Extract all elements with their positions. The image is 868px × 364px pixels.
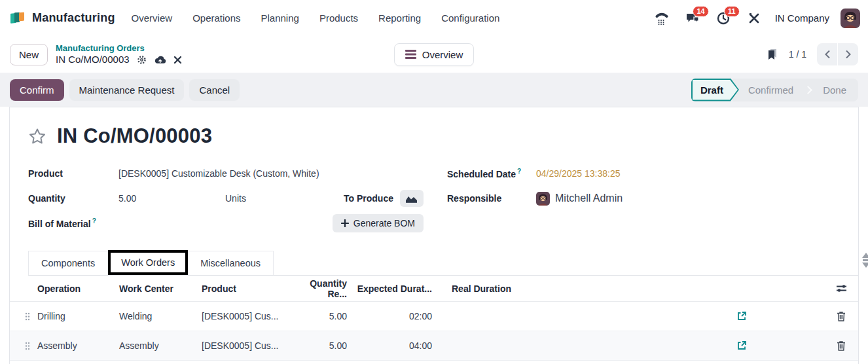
- table-row: Assembly Assembly [DESK0005] Cus... 5.00…: [10, 331, 858, 361]
- col-product[interactable]: Product: [202, 283, 300, 294]
- tab-work-orders[interactable]: Work Orders: [108, 250, 188, 275]
- cell-product[interactable]: [DESK0005] Cus...: [202, 340, 300, 351]
- activities-badge: 11: [724, 6, 740, 17]
- col-work-center[interactable]: Work Center: [119, 283, 202, 294]
- quantity-value[interactable]: 5.00: [118, 193, 225, 204]
- open-record-icon[interactable]: [729, 311, 755, 321]
- to-produce-label: To Produce: [344, 193, 393, 204]
- generate-bom-label: Generate BOM: [353, 218, 415, 228]
- discard-x-icon[interactable]: [173, 56, 182, 64]
- messages-icon[interactable]: 14: [681, 7, 704, 29]
- uom-value[interactable]: Units: [225, 193, 344, 204]
- messages-badge: 14: [693, 6, 708, 17]
- col-real-duration[interactable]: Real Duration: [437, 283, 542, 294]
- overview-button[interactable]: Overview: [394, 43, 475, 66]
- control-panel: New Manufacturing Orders IN Co/MO/00003: [0, 36, 868, 73]
- responsible-label: Responsible: [447, 193, 536, 204]
- scheduled-date-value[interactable]: 04/29/2025 13:38:25: [536, 168, 620, 179]
- pager-counter[interactable]: 1 / 1: [789, 49, 806, 60]
- bom-field-row: Bill of Material? Generate BOM: [28, 211, 447, 236]
- product-value[interactable]: [DESK0005] Customizable Desk (Custom, Wh…: [118, 168, 319, 179]
- voip-phone-icon[interactable]: [651, 7, 673, 29]
- table-row: Drilling Welding [DESK0005] Cus... 5.00 …: [10, 302, 858, 331]
- app-name: Manufacturing: [32, 11, 115, 25]
- cell-operation[interactable]: Drilling: [37, 311, 119, 321]
- table-bottom-strip: [10, 361, 858, 364]
- record-title[interactable]: IN Co/MO/00003: [57, 124, 212, 148]
- optional-columns-icon[interactable]: [828, 283, 854, 293]
- new-button[interactable]: New: [10, 44, 48, 65]
- drag-handle-icon[interactable]: [18, 342, 37, 350]
- responsible-value[interactable]: Mitchell Admin: [536, 192, 623, 206]
- forecast-chart-button[interactable]: [400, 190, 424, 207]
- activities-clock-icon[interactable]: 11: [712, 7, 734, 29]
- manufacturing-app-logo-icon: [9, 10, 26, 27]
- breadcrumb-current: IN Co/MO/00003: [56, 54, 130, 66]
- breadcrumb: Manufacturing Orders IN Co/MO/00003: [56, 43, 182, 66]
- scroll-indicator[interactable]: [862, 253, 868, 268]
- quantity-label: Quantity: [28, 193, 118, 204]
- quantity-field-row: Quantity 5.00 Units To Produce: [28, 186, 447, 211]
- top-navbar: Manufacturing Overview Operations Planni…: [0, 0, 868, 36]
- state-draft[interactable]: Draft: [691, 79, 739, 101]
- state-separator-chevron-icon: [804, 86, 812, 94]
- responsible-avatar: [536, 192, 550, 206]
- confirm-button[interactable]: Confirm: [10, 79, 64, 101]
- favorite-star-icon[interactable]: [28, 128, 46, 145]
- col-quantity[interactable]: Quantity Re...: [300, 278, 352, 299]
- cell-quantity[interactable]: 5.00: [300, 311, 352, 321]
- state-confirmed[interactable]: Confirmed: [748, 84, 793, 96]
- state-done[interactable]: Done: [823, 84, 846, 96]
- scroll-down-icon[interactable]: [862, 263, 868, 268]
- tab-components[interactable]: Components: [28, 251, 108, 275]
- col-expected-duration[interactable]: Expected Durat...: [352, 283, 437, 294]
- drag-handle-icon[interactable]: [18, 312, 37, 321]
- table-header-row: Operation Work Center Product Quantity R…: [10, 276, 858, 302]
- cell-product[interactable]: [DESK0005] Cus...: [202, 311, 300, 321]
- tools-icon[interactable]: [743, 7, 765, 29]
- product-field-row: Product [DESK0005] Customizable Desk (Cu…: [28, 161, 447, 186]
- delete-row-icon[interactable]: [828, 340, 854, 351]
- menu-products[interactable]: Products: [317, 9, 361, 27]
- scroll-dash-icon: [863, 259, 868, 261]
- form-sheet: IN Co/MO/00003 Product [DESK0005] Custom…: [9, 107, 859, 364]
- overview-button-label: Overview: [422, 49, 463, 60]
- cell-expected[interactable]: 04:00: [352, 340, 437, 351]
- gear-icon[interactable]: [137, 55, 147, 65]
- bill-of-material-label: Bill of Material?: [28, 217, 118, 229]
- menu-planning[interactable]: Planning: [259, 9, 302, 27]
- scheduled-date-help-icon: ?: [517, 168, 521, 175]
- tab-miscellaneous[interactable]: Miscellaneous: [188, 251, 274, 275]
- scroll-up-icon[interactable]: [862, 253, 868, 258]
- cell-work-center[interactable]: Assembly: [119, 340, 202, 351]
- scheduled-date-row: Scheduled Date? 04/29/2025 13:38:25: [447, 161, 845, 186]
- bookmark-icon[interactable]: [767, 48, 778, 61]
- product-label: Product: [28, 168, 118, 179]
- generate-bom-button[interactable]: Generate BOM: [333, 214, 424, 232]
- pager-next-button[interactable]: [838, 43, 858, 65]
- maintenance-request-button[interactable]: Maintenance Request: [69, 79, 185, 101]
- delete-row-icon[interactable]: [828, 311, 854, 321]
- menu-reporting[interactable]: Reporting: [376, 9, 424, 27]
- cancel-button[interactable]: Cancel: [189, 79, 240, 101]
- user-avatar[interactable]: [841, 9, 860, 28]
- app-switcher[interactable]: Manufacturing: [9, 10, 115, 27]
- responsible-row: Responsible Mitchell Admin: [447, 186, 845, 211]
- company-switcher[interactable]: IN Company: [775, 12, 829, 24]
- col-operation[interactable]: Operation: [37, 283, 119, 294]
- menu-configuration[interactable]: Configuration: [439, 9, 502, 27]
- responsible-name: Mitchell Admin: [555, 192, 623, 204]
- open-record-icon[interactable]: [729, 340, 755, 351]
- pager-previous-button[interactable]: [817, 43, 837, 65]
- breadcrumb-parent-link[interactable]: Manufacturing Orders: [56, 43, 182, 54]
- cell-quantity[interactable]: 5.00: [300, 340, 352, 351]
- cell-operation[interactable]: Assembly: [37, 340, 119, 351]
- save-cloud-icon[interactable]: [154, 55, 166, 65]
- cell-expected[interactable]: 02:00: [352, 311, 437, 321]
- work-orders-table: Operation Work Center Product Quantity R…: [10, 276, 858, 364]
- notebook-tabs: Components Work Orders Miscellaneous: [28, 250, 858, 276]
- bom-help-icon: ?: [92, 217, 96, 225]
- cell-work-center[interactable]: Welding: [119, 311, 202, 321]
- menu-operations[interactable]: Operations: [190, 9, 243, 27]
- menu-overview[interactable]: Overview: [129, 9, 175, 27]
